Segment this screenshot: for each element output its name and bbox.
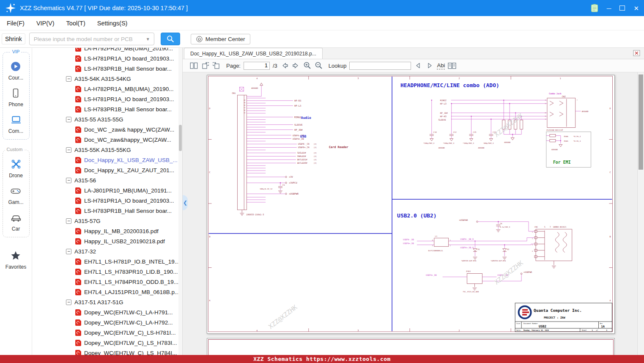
tree-scrollbar-thumb[interactable] — [179, 125, 182, 151]
tree-item-label: Happy_IL_USB2_20190218.pdf — [84, 238, 165, 245]
close-tab-icon[interactable] — [633, 50, 640, 56]
next-result-icon[interactable] — [425, 61, 434, 70]
forward-page-icon[interactable] — [292, 61, 300, 70]
menu-item-tool[interactable]: Tool(T) — [66, 20, 85, 27]
main-toolbar: Shrink ▼ Member Center — [0, 30, 644, 48]
tree-folder-row[interactable]: −A315-56 — [32, 175, 182, 185]
tree-file-row[interactable]: LA-J801PR10_MB(UMA)_20191... — [32, 185, 182, 195]
tree-file-row[interactable]: EH7L4_LAJ151PR10_MB_0618B.p... — [32, 287, 182, 297]
svg-text:[2]: [2] — [314, 155, 317, 157]
tree-file-row[interactable]: Dopey_WC(EH7LW-C)_LA-H791... — [32, 307, 182, 317]
maximize-button[interactable] — [619, 5, 625, 11]
svg-text:of: of — [596, 329, 598, 331]
sidebar-item-com[interactable]: Com... — [8, 114, 23, 134]
collapse-icon[interactable]: − — [66, 249, 71, 254]
chevron-down-icon[interactable]: ▼ — [146, 37, 150, 41]
collapse-icon[interactable]: − — [66, 76, 71, 82]
menu-item-file[interactable]: File(F) — [7, 20, 25, 27]
tree-file-row[interactable]: LS-H781PR1A_IO board_201903... — [32, 94, 182, 104]
pdf-page-area[interactable]: 4321432DCBADCBAADOGNDCN1403938373635HP-R… — [183, 72, 644, 355]
svg-text:2: 2 — [459, 77, 460, 80]
sidebar-item-gam[interactable]: Gam... — [8, 185, 23, 205]
tree-file-row[interactable]: Doc_Happy_KL_ZAU_ZAUT_201... — [32, 165, 182, 175]
tree-item-label: LA-J801PR10_MB(UMA)_20191... — [84, 187, 172, 194]
viewer-scrollbar-thumb[interactable] — [639, 74, 643, 170]
pdf-toolbar: Page: /3 Lookup — [183, 59, 644, 72]
two-page-view-icon[interactable] — [189, 61, 198, 70]
sidebar-item-drone[interactable]: Drone — [9, 159, 23, 179]
menu-item-settings[interactable]: Settings(S) — [97, 20, 128, 27]
tree-file-row[interactable]: LS-H783PR1B_Hall Sensor boar... — [32, 206, 182, 216]
collapse-icon[interactable]: − — [66, 178, 71, 183]
svg-text:1: 1 — [545, 118, 546, 120]
tree-file-row[interactable]: Dopey_WC(EH7LW-C)_LA-H792... — [32, 317, 182, 327]
tree-file-row[interactable]: Doc_Happy_KL_USB_ZAW_USB_... — [32, 155, 182, 165]
zoom-out-icon[interactable] — [315, 61, 323, 70]
tree-file-row[interactable]: EH7L1_LS_H783PR10_LID.B_190... — [32, 267, 182, 277]
rotate-ccw-icon[interactable] — [201, 61, 209, 70]
thumbnail-view-icon[interactable] — [448, 61, 456, 70]
collapse-icon[interactable]: − — [66, 300, 71, 305]
close-button[interactable]: ✕ — [633, 5, 639, 11]
search-button[interactable] — [161, 33, 180, 45]
viewer-scrollbar[interactable] — [637, 72, 644, 355]
collapse-tree-handle[interactable]: ❮ — [183, 195, 188, 210]
page-number-input[interactable] — [244, 62, 270, 70]
tree-folder-row[interactable]: −A317-51 A317-51G — [32, 297, 182, 307]
tree-folder-row[interactable]: −A317-32 — [32, 246, 182, 256]
tree-file-row[interactable]: Happy_IL_MB_20200316.pdf — [32, 226, 182, 236]
sidebar-item-label: Com... — [8, 128, 23, 134]
tree-file-row[interactable]: Dopey_WC(EH7LW_C)_LS_H783I... — [32, 338, 182, 348]
sidebar-item-cour[interactable]: Cour... — [8, 61, 23, 81]
tree-item-label: Dopey_WC(EH7LW_C)_LS_H783I... — [84, 340, 177, 346]
tree-file-row[interactable]: EH7L1_LS_H784PR10_ODD.B_19... — [32, 277, 182, 287]
text-select-tool[interactable]: Abi — [437, 62, 445, 69]
collapse-icon[interactable]: − — [66, 218, 71, 224]
sidebar-item-label: Cour... — [8, 75, 23, 81]
collapse-icon[interactable]: − — [66, 117, 71, 122]
zoom-in-icon[interactable] — [303, 61, 312, 70]
svg-text:C: C — [209, 171, 211, 173]
tree-file-row[interactable]: Dopey_WC(EH7LW_C)_LS_H784I... — [32, 348, 182, 355]
lookup-input[interactable] — [349, 62, 411, 70]
member-center-button[interactable]: Member Center — [191, 34, 251, 44]
document-tab[interactable]: Doc_Happy_KL_USB_ZAW_USB_USB2_20190218.p… — [184, 48, 323, 59]
tree-file-row[interactable]: Doc_WC_zaw&happy_WC(ZAW... — [32, 135, 182, 145]
sidebar-item-phone[interactable]: Phone — [8, 88, 23, 107]
tree-file-row[interactable]: LS-H783PR1B_Hall Sensor boar... — [32, 104, 182, 114]
back-page-icon[interactable] — [280, 61, 289, 70]
tree-file-row[interactable]: LA-H792PR20_MB(UMA)_20190... — [32, 48, 182, 53]
tree-file-row[interactable]: LS-H783PR1B_Hall Sensor boar... — [32, 63, 182, 74]
prev-result-icon[interactable] — [414, 61, 422, 70]
tree-file-row[interactable]: Doc_WC _zaw& happy_WC(ZAW... — [32, 124, 182, 135]
tree-file-row[interactable]: LS-H781PR1A_IO board_201903... — [32, 53, 182, 63]
svg-text:C5: C5 — [282, 184, 285, 186]
tree-file-row[interactable]: EH7L1_LS-H781P_IO.B_INTEL_19... — [32, 256, 182, 267]
tree-folder-row[interactable]: −A315-55K A315-55KG — [32, 145, 182, 155]
search-input[interactable] — [30, 36, 146, 42]
shrink-button[interactable]: Shrink — [2, 33, 25, 44]
window-title: XZZ Schematics V4.77 [ VIP Due date: 202… — [20, 5, 188, 11]
tree-folder-row[interactable]: −A315-54K A315-54KG — [32, 74, 182, 84]
sidebar-item-favorites[interactable]: Favorites — [5, 250, 26, 270]
svg-text:2: 2 — [450, 245, 451, 247]
menu-item-vip[interactable]: VIP(V) — [36, 20, 55, 27]
pdf-icon — [75, 55, 81, 62]
tree-file-row[interactable]: LS-H781PR1A_IO board_201903... — [32, 195, 182, 206]
clipboard-icon[interactable] — [591, 4, 598, 12]
sidebar-item-car[interactable]: Car — [11, 212, 22, 232]
tree-folder-row[interactable]: −A315-57G — [32, 216, 182, 226]
tree-scrollbar[interactable] — [178, 48, 182, 355]
minimize-button[interactable]: ─ — [607, 5, 611, 11]
svg-text:5: 5 — [545, 116, 546, 117]
collapse-icon[interactable]: − — [66, 147, 71, 153]
tree-folder-row[interactable]: −A315-55 A315-55G — [32, 114, 182, 124]
tree-item-label: LS-H781PR1A_IO board_201903... — [84, 55, 174, 62]
tree-file-row[interactable]: Happy_IL_USB2_20190218.pdf — [32, 236, 182, 246]
tree-file-row[interactable]: LA-H782PR1A_MB(UMA)_20190... — [32, 84, 182, 94]
left-sidebar: VIPCour...PhoneCom...CustomDroneGam...Ca… — [0, 48, 32, 355]
svg-text:HP-R3: HP-R3 — [294, 99, 301, 102]
tree-file-row[interactable]: Dopey_WC(EH7LW_C)_LS-H781I... — [32, 327, 182, 338]
model-search-box[interactable]: ▼ — [29, 33, 154, 45]
rotate-cw-icon[interactable] — [212, 61, 221, 70]
